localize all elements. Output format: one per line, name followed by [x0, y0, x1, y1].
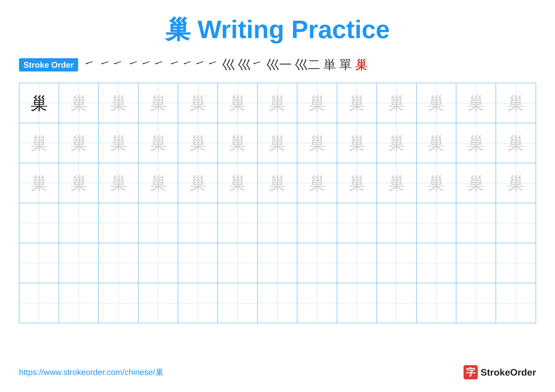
char-light: 巢	[110, 134, 127, 152]
char-light: 巢	[427, 134, 445, 152]
stroke-order-section: Stroke Order ㇀ ㇀㇀ ㇀㇀㇀ ㇀㇀㇀㇀ 巛 巛㇀ 巛一 巛二 単 …	[19, 56, 536, 73]
grid-cell-4-9[interactable]	[337, 203, 377, 243]
grid-cell-3-8[interactable]: 巢	[297, 163, 337, 203]
grid-cell-3-2[interactable]: 巢	[59, 163, 99, 203]
char-light: 巢	[150, 174, 167, 192]
grid-cell-3-3[interactable]: 巢	[99, 163, 139, 203]
footer-url[interactable]: https://www.strokeorder.com/chinese/巢	[19, 367, 163, 378]
stroke-order-chars: ㇀ ㇀㇀ ㇀㇀㇀ ㇀㇀㇀㇀ 巛 巛㇀ 巛一 巛二 単 單 巢	[83, 56, 368, 73]
grid-cell-6-1[interactable]	[19, 283, 59, 323]
grid-cell-5-9[interactable]	[337, 243, 377, 283]
char-light: 巢	[467, 94, 485, 112]
grid-cell-2-12[interactable]: 巢	[456, 123, 496, 163]
grid-cell-2-9[interactable]: 巢	[337, 123, 377, 163]
grid-cell-1-9[interactable]: 巢	[337, 83, 377, 123]
grid-cell-1-2[interactable]: 巢	[59, 83, 99, 123]
grid-cell-4-10[interactable]	[377, 203, 416, 243]
grid-cell-4-1[interactable]	[19, 203, 59, 243]
char-light: 巢	[308, 134, 326, 152]
grid-cell-6-5[interactable]	[178, 283, 218, 323]
grid-cell-4-6[interactable]	[218, 203, 258, 243]
char-light: 巢	[110, 94, 127, 112]
grid-cell-1-6[interactable]: 巢	[218, 83, 258, 123]
grid-cell-5-13[interactable]	[496, 243, 536, 283]
grid-cell-3-12[interactable]: 巢	[456, 163, 496, 203]
grid-cell-4-8[interactable]	[297, 203, 337, 243]
grid-cell-4-11[interactable]	[416, 203, 456, 243]
stroke-10: 單	[339, 56, 352, 73]
grid-cell-1-13[interactable]: 巢	[496, 83, 536, 123]
char-light: 巢	[507, 174, 525, 192]
grid-cell-2-10[interactable]: 巢	[377, 123, 416, 163]
grid-cell-6-13[interactable]	[496, 283, 536, 323]
grid-cell-1-8[interactable]: 巢	[297, 83, 337, 123]
grid-cell-1-3[interactable]: 巢	[99, 83, 139, 123]
grid-cell-5-3[interactable]	[99, 243, 139, 283]
grid-cell-1-7[interactable]: 巢	[258, 83, 297, 123]
grid-cell-5-8[interactable]	[297, 243, 337, 283]
grid-cell-2-6[interactable]: 巢	[218, 123, 258, 163]
grid-cell-4-12[interactable]	[456, 203, 496, 243]
grid-cell-3-6[interactable]: 巢	[218, 163, 258, 203]
grid-cell-4-7[interactable]	[258, 203, 297, 243]
grid-cell-4-13[interactable]	[496, 203, 536, 243]
footer-logo: 字 StrokeOrder	[464, 365, 536, 379]
grid-cell-1-5[interactable]: 巢	[178, 83, 218, 123]
grid-cell-5-2[interactable]	[59, 243, 99, 283]
char-light: 巢	[150, 94, 167, 112]
grid-cell-3-11[interactable]: 巢	[416, 163, 456, 203]
grid-cell-3-13[interactable]: 巢	[496, 163, 536, 203]
grid-cell-6-2[interactable]	[59, 283, 99, 323]
char-light: 巢	[427, 94, 445, 112]
stroke-2: ㇀㇀	[99, 56, 124, 73]
grid-cell-3-4[interactable]: 巢	[139, 163, 178, 203]
grid-cell-2-4[interactable]: 巢	[139, 123, 178, 163]
grid-cell-1-11[interactable]: 巢	[416, 83, 456, 123]
grid-cell-3-9[interactable]: 巢	[337, 163, 377, 203]
grid-cell-5-5[interactable]	[178, 243, 218, 283]
grid-cell-4-5[interactable]	[178, 203, 218, 243]
grid-cell-6-4[interactable]	[139, 283, 178, 323]
char-light: 巢	[507, 134, 525, 152]
grid-cell-1-10[interactable]: 巢	[377, 83, 416, 123]
grid-cell-4-4[interactable]	[139, 203, 178, 243]
grid-cell-1-1[interactable]: 巢	[19, 83, 59, 123]
grid-cell-2-1[interactable]: 巢	[19, 123, 59, 163]
grid-cell-5-1[interactable]	[19, 243, 59, 283]
grid-cell-6-9[interactable]	[337, 283, 377, 323]
grid-cell-3-1[interactable]: 巢	[19, 163, 59, 203]
grid-cell-3-10[interactable]: 巢	[377, 163, 416, 203]
grid-cell-4-3[interactable]	[99, 203, 139, 243]
grid-cell-6-10[interactable]	[377, 283, 416, 323]
char-light: 巢	[348, 174, 365, 192]
grid-cell-6-11[interactable]	[416, 283, 456, 323]
grid-cell-2-7[interactable]: 巢	[258, 123, 297, 163]
grid-cell-6-6[interactable]	[218, 283, 258, 323]
grid-cell-2-11[interactable]: 巢	[416, 123, 456, 163]
grid-cell-4-2[interactable]	[59, 203, 99, 243]
grid-cell-6-7[interactable]	[258, 283, 297, 323]
grid-cell-5-6[interactable]	[218, 243, 258, 283]
stroke-order-badge: Stroke Order	[19, 58, 78, 71]
grid-cell-5-7[interactable]	[258, 243, 297, 283]
grid-cell-6-3[interactable]	[99, 283, 139, 323]
grid-cell-1-12[interactable]: 巢	[456, 83, 496, 123]
grid-cell-5-12[interactable]	[456, 243, 496, 283]
grid-cell-3-7[interactable]: 巢	[258, 163, 297, 203]
grid-cell-3-5[interactable]: 巢	[178, 163, 218, 203]
stroke-11-final: 巢	[355, 56, 368, 73]
char-light: 巢	[70, 174, 88, 192]
grid-cell-2-8[interactable]: 巢	[297, 123, 337, 163]
grid-cell-5-4[interactable]	[139, 243, 178, 283]
grid-cell-2-5[interactable]: 巢	[178, 123, 218, 163]
grid-cell-2-13[interactable]: 巢	[496, 123, 536, 163]
char-light: 巢	[189, 94, 207, 112]
char-light: 巢	[388, 174, 405, 192]
grid-cell-2-2[interactable]: 巢	[59, 123, 99, 163]
grid-cell-1-4[interactable]: 巢	[139, 83, 178, 123]
grid-cell-2-3[interactable]: 巢	[99, 123, 139, 163]
grid-cell-5-11[interactable]	[416, 243, 456, 283]
grid-cell-6-12[interactable]	[456, 283, 496, 323]
grid-cell-6-8[interactable]	[297, 283, 337, 323]
grid-cell-5-10[interactable]	[377, 243, 416, 283]
